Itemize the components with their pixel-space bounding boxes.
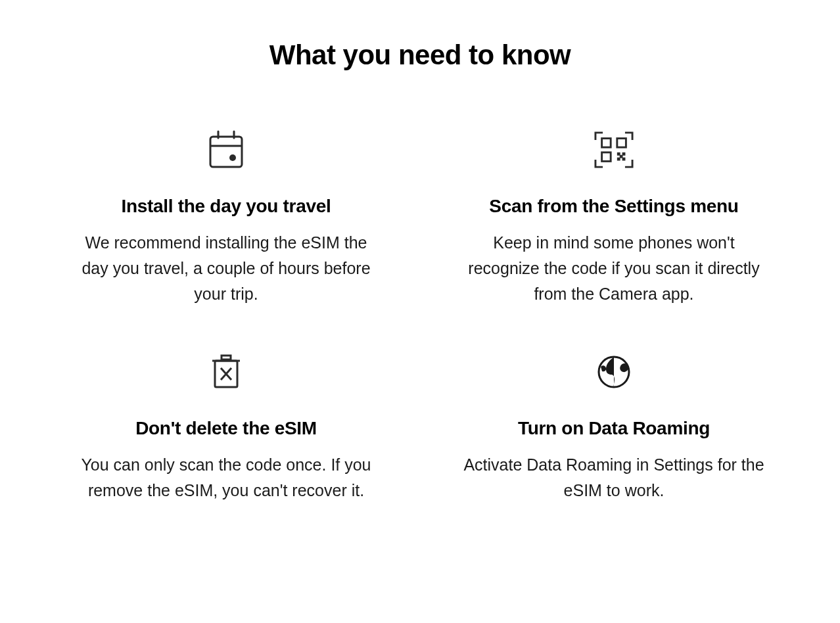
card-heading: Install the day you travel [122,196,331,217]
card-body: You can only scan the code once. If you … [75,452,377,503]
card-dont-delete: Don't delete the eSIM You can only scan … [58,352,394,503]
calendar-icon [206,130,246,170]
globe-icon [594,352,634,392]
card-body: We recommend installing the eSIM the day… [75,230,377,306]
card-install-day: Install the day you travel We recommend … [58,130,394,306]
svg-rect-14 [222,356,231,359]
card-heading: Scan from the Settings menu [489,196,738,217]
qr-scan-icon [594,130,634,170]
card-body: Keep in mind some phones won't recognize… [463,230,765,306]
svg-rect-7 [602,152,611,162]
svg-rect-12 [620,155,623,158]
svg-rect-6 [617,139,626,148]
svg-rect-0 [210,137,242,167]
trash-x-icon [206,352,246,392]
svg-point-4 [229,154,236,161]
info-grid: Install the day you travel We recommend … [58,130,782,503]
card-heading: Don't delete the eSIM [135,418,317,439]
card-body: Activate Data Roaming in Settings for th… [463,452,765,503]
card-heading: Turn on Data Roaming [518,418,710,439]
card-scan-settings: Scan from the Settings menu Keep in mind… [446,130,782,306]
card-data-roaming: Turn on Data Roaming Activate Data Roami… [446,352,782,503]
page-title: What you need to know [53,39,787,71]
svg-rect-5 [602,139,611,148]
